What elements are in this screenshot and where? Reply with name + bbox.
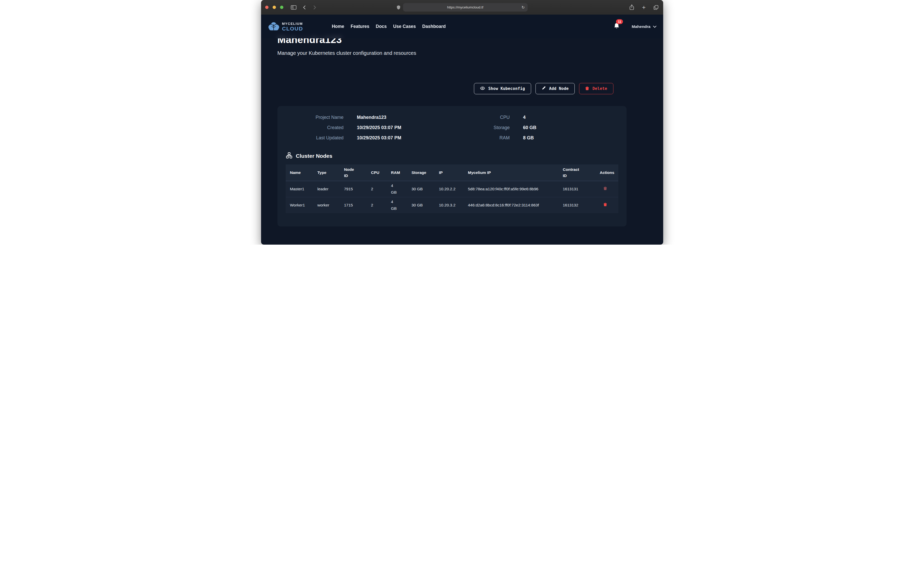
delete-node-button[interactable] [602, 186, 608, 191]
chevron-down-icon [653, 24, 657, 29]
col-mycelium-ip: Mycelium IP [464, 164, 558, 181]
forward-icon[interactable] [313, 5, 316, 10]
cell-ram: 4 GB [387, 197, 407, 213]
cell-node-id: 1715 [340, 197, 367, 213]
cell-mycelium-ip: 5d8:78ea:a120:f40c:ff0f:a5fe:99e6:8b96 [464, 181, 558, 197]
cell-name: Worker1 [286, 197, 313, 213]
nav-link-features[interactable]: Features [351, 24, 369, 29]
notifications-button[interactable]: 11 [614, 22, 620, 30]
cluster-actions: Show Kubeconfig Add Node Delete [278, 83, 614, 94]
trash-icon [603, 186, 607, 190]
table-row: Master1 leader 7915 2 4 GB 30 GB 10.20.2… [286, 181, 618, 197]
share-icon[interactable] [629, 4, 634, 10]
cell-storage: 30 GB [407, 197, 435, 213]
cluster-nodes-table: Name Type Node ID CPU RAM Storage IP Myc… [286, 164, 618, 213]
cell-ip: 10.20.2.2 [435, 181, 464, 197]
browser-window: https://myceliumcloud.tf ↻ + Mahendra123 [261, 0, 663, 245]
cluster-info: Project Name Mahendra123 Created 10/29/2… [286, 115, 618, 140]
page-viewport: Mahendra123 Manage your Kubernetes clust… [261, 15, 663, 245]
user-menu[interactable]: Mahendra [632, 24, 656, 29]
nav-link-dashboard[interactable]: Dashboard [422, 24, 446, 29]
brand-name-top: MYCELIUM [282, 22, 303, 25]
show-kubeconfig-button[interactable]: Show Kubeconfig [474, 83, 531, 94]
info-row-cpu: CPU 4 [449, 115, 593, 120]
minimize-window-button[interactable] [273, 6, 276, 9]
col-storage: Storage [407, 164, 435, 181]
cell-actions [596, 197, 618, 213]
delete-cluster-button[interactable]: Delete [579, 83, 613, 94]
address-bar[interactable]: https://myceliumcloud.tf ↻ [403, 3, 528, 12]
section-title: Cluster Nodes [296, 153, 332, 159]
nav-link-home[interactable]: Home [332, 24, 344, 29]
site-navbar: MYCELIUM CLOUD Home Features Docs Use Ca… [261, 15, 663, 39]
col-node-id: Node ID [340, 164, 367, 181]
cell-type: leader [313, 181, 340, 197]
cluster-nodes-icon [286, 152, 292, 160]
cell-ip: 10.20.3.2 [435, 197, 464, 213]
cloud-logo-icon [268, 21, 279, 32]
bell-icon [614, 26, 620, 30]
trash-icon [603, 202, 607, 206]
page-subtitle: Manage your Kubernetes cluster configura… [278, 50, 416, 56]
col-contract-id: Contract ID [558, 164, 596, 181]
col-cpu: CPU [367, 164, 387, 181]
user-name: Mahendra [632, 24, 650, 29]
cell-ram: 4 GB [387, 181, 407, 197]
new-tab-icon[interactable]: + [642, 4, 645, 10]
sidebar-icon[interactable] [291, 5, 297, 10]
pencil-icon [542, 86, 546, 91]
info-row-ram: RAM 8 GB [449, 135, 593, 140]
cell-mycelium-ip: 446:d2a6:8bcd:8c16:ff0f:72e2:3114:863f [464, 197, 558, 213]
col-ram: RAM [387, 164, 407, 181]
nav-link-use-cases[interactable]: Use Cases [393, 24, 416, 29]
trash-icon [585, 86, 589, 91]
table-header-row: Name Type Node ID CPU RAM Storage IP Myc… [286, 164, 618, 181]
traffic-lights [265, 6, 284, 9]
nav-links: Home Features Docs Use Cases Dashboard [332, 24, 446, 29]
cell-contract-id: 1613132 [558, 197, 596, 213]
cell-name: Master1 [286, 181, 313, 197]
info-row-last-updated: Last Updated 10/29/2025 03:07 PM [286, 135, 429, 140]
zoom-window-button[interactable] [280, 6, 284, 9]
url-text: https://myceliumcloud.tf [447, 5, 483, 9]
add-node-button[interactable]: Add Node [536, 83, 575, 94]
table-row: Worker1 worker 1715 2 4 GB 30 GB 10.20.3… [286, 197, 618, 213]
close-window-button[interactable] [265, 6, 268, 9]
cell-contract-id: 1613131 [558, 181, 596, 197]
brand-logo[interactable]: MYCELIUM CLOUD [268, 21, 303, 32]
nav-link-docs[interactable]: Docs [376, 24, 387, 29]
cell-actions [596, 181, 618, 197]
eye-icon [480, 86, 485, 91]
cell-node-id: 7915 [340, 181, 367, 197]
browser-chrome: https://myceliumcloud.tf ↻ + [261, 0, 663, 15]
info-row-storage: Storage 60 GB [449, 125, 593, 130]
back-icon[interactable] [303, 5, 306, 10]
cluster-details-card: Project Name Mahendra123 Created 10/29/2… [278, 106, 627, 226]
col-type: Type [313, 164, 340, 181]
reload-icon[interactable]: ↻ [521, 5, 525, 10]
cell-storage: 30 GB [407, 181, 435, 197]
shield-icon[interactable] [396, 5, 400, 10]
cell-type: worker [313, 197, 340, 213]
notification-badge: 11 [616, 19, 623, 24]
col-name: Name [286, 164, 313, 181]
cell-cpu: 2 [367, 181, 387, 197]
tab-overview-icon[interactable] [654, 5, 658, 10]
info-row-created: Created 10/29/2025 03:07 PM [286, 125, 429, 130]
delete-node-button[interactable] [602, 202, 608, 208]
info-row-project-name: Project Name Mahendra123 [286, 115, 429, 120]
col-actions: Actions [596, 164, 618, 181]
brand-name-bottom: CLOUD [282, 26, 303, 31]
cell-cpu: 2 [367, 197, 387, 213]
col-ip: IP [435, 164, 464, 181]
